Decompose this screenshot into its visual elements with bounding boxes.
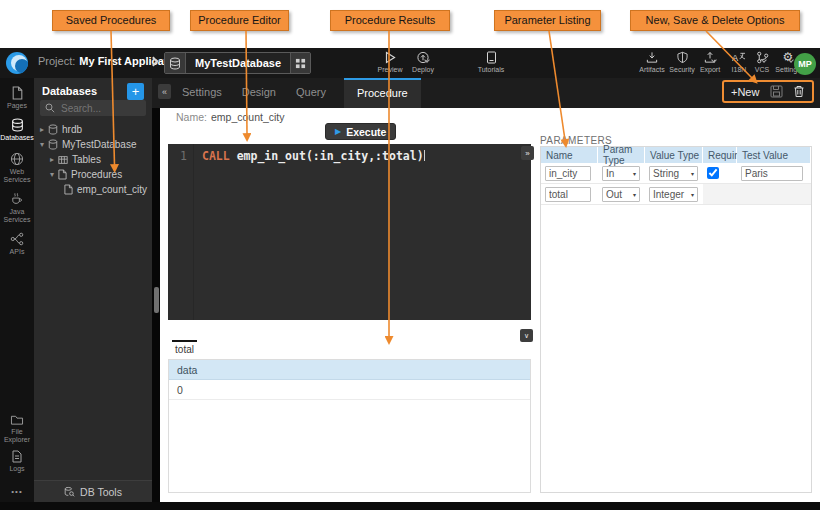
callout-procedure-results: Procedure Results: [330, 10, 450, 31]
sidebar-item-label: Web Services: [0, 168, 34, 183]
tab-design[interactable]: Design: [240, 78, 278, 108]
tab-query[interactable]: Query: [294, 78, 328, 108]
param-row: Integer ▾: [645, 184, 703, 205]
tree-item-label: Procedures: [71, 169, 122, 180]
svg-text:A: A: [732, 53, 739, 63]
select-caret-icon: ▾: [633, 170, 636, 177]
screenshot-root: Saved Procedures Procedure Editor Proced…: [0, 0, 820, 510]
param-test-value-disabled-cell: [737, 184, 811, 205]
file-icon: [58, 169, 67, 180]
sidebar-item-logs[interactable]: Logs: [0, 450, 34, 473]
caret-collapsed-icon[interactable]: ▸: [38, 125, 46, 134]
log-file-icon: [11, 450, 23, 463]
collapse-panel-button[interactable]: «: [158, 84, 171, 99]
tree-item-label: MyTestDatabase: [62, 139, 136, 150]
sidebar-item-apis[interactable]: APIs: [0, 232, 34, 256]
sidebar-item-java-services[interactable]: Java Services: [0, 192, 34, 223]
panel-scrollbar[interactable]: [152, 108, 160, 502]
tree-item-procedures[interactable]: ▾ Procedures: [34, 167, 152, 182]
required-checkbox[interactable]: [707, 167, 719, 179]
select-caret-icon: ▾: [691, 191, 694, 198]
callout-saved-procedures: Saved Procedures: [52, 10, 170, 31]
results-tab-total[interactable]: total: [172, 340, 197, 355]
value-type-select[interactable]: Integer ▾: [649, 187, 698, 202]
caret-collapsed-icon[interactable]: ▸: [48, 155, 56, 164]
avatar[interactable]: MP: [794, 53, 816, 75]
db-tools-button[interactable]: DB Tools: [34, 480, 152, 502]
code-line[interactable]: CALL emp_in_out(:in_city,:total): [194, 144, 425, 320]
vcs-label: VCS: [755, 66, 769, 73]
param-type-select[interactable]: In ▾: [602, 166, 640, 181]
sidebar-item-label: File Explorer: [0, 428, 34, 443]
search-box[interactable]: [40, 100, 146, 116]
database-context-tab[interactable]: MyTestDatabase: [164, 52, 311, 74]
param-row: [703, 163, 737, 184]
value-type-value: String: [653, 168, 679, 179]
security-label: Security: [669, 66, 694, 73]
param-name-input[interactable]: [545, 187, 591, 202]
sidebar-item-label: Pages: [7, 102, 27, 110]
tree-item-hrdb[interactable]: ▸ hrdb: [34, 122, 152, 137]
globe-icon: [10, 152, 24, 166]
more-options-button[interactable]: •••: [0, 487, 34, 496]
database-tab-label: MyTestDatabase: [186, 53, 290, 73]
caret-expanded-icon[interactable]: ▾: [38, 140, 46, 149]
tutorials-label: Tutorials: [478, 66, 505, 73]
param-type-value: In: [606, 168, 614, 179]
execute-button[interactable]: ▶ Execute: [325, 123, 396, 140]
column-header-name: Name: [541, 147, 598, 163]
param-row: [541, 184, 598, 205]
deploy-button[interactable]: Deploy: [405, 51, 441, 73]
database-icon: [11, 118, 24, 132]
database-icon: [48, 124, 58, 135]
preview-button[interactable]: Preview: [372, 51, 408, 73]
results-column-header: data: [169, 360, 530, 380]
caret-expanded-icon[interactable]: ▾: [48, 170, 56, 179]
search-input[interactable]: [59, 102, 141, 115]
sidebar-item-databases[interactable]: Databases: [0, 118, 34, 142]
collapse-editor-button[interactable]: ∨: [520, 329, 533, 342]
new-procedure-button[interactable]: +New: [731, 86, 759, 98]
tree-item-label: emp_count_city: [77, 184, 147, 195]
sidebar-item-web-services[interactable]: Web Services: [0, 152, 34, 183]
grid-icon[interactable]: [290, 53, 310, 73]
param-row: String ▾: [645, 163, 703, 184]
tutorials-icon: [486, 51, 497, 64]
results-row[interactable]: 0: [169, 380, 530, 400]
sidebar-item-label: Java Services: [0, 208, 34, 223]
save-icon[interactable]: [770, 85, 783, 98]
param-name-input[interactable]: [545, 166, 591, 181]
db-tools-icon: [64, 486, 75, 498]
test-value-input[interactable]: [741, 166, 803, 181]
ellipsis-icon: •••: [11, 487, 22, 496]
tab-procedure[interactable]: Procedure: [344, 78, 421, 108]
tree-item-mytestdatabase[interactable]: ▾ MyTestDatabase: [34, 137, 152, 152]
tree-item-tables[interactable]: ▸ Tables: [34, 152, 152, 167]
tutorials-button[interactable]: Tutorials: [473, 51, 509, 73]
play-icon: [384, 51, 396, 64]
code-editor[interactable]: 1 CALL emp_in_out(:in_city,:total): [168, 144, 531, 320]
sql-keyword: CALL: [202, 149, 230, 163]
wavemaker-logo-icon[interactable]: [6, 52, 28, 74]
procedure-toolbar-highlight: +New: [722, 80, 814, 103]
table-icon: [58, 155, 68, 165]
parameters-title: PARAMETERS: [540, 135, 612, 146]
param-row: Out ▾: [598, 184, 645, 205]
tree-item-label: Tables: [72, 154, 101, 165]
database-icon: [48, 139, 58, 150]
tree-item-label: hrdb: [62, 124, 82, 135]
results-table: data 0: [168, 359, 531, 493]
sidebar-item-file-explorer[interactable]: File Explorer: [0, 414, 34, 443]
expand-parameters-button[interactable]: »: [521, 146, 534, 160]
sidebar-item-pages[interactable]: Pages: [0, 86, 34, 110]
delete-icon[interactable]: [793, 85, 805, 98]
tab-settings[interactable]: Settings: [180, 78, 224, 108]
value-type-select[interactable]: String ▾: [649, 166, 698, 181]
add-database-button[interactable]: +: [127, 83, 144, 100]
tree-item-emp-count-city[interactable]: emp_count_city: [34, 182, 152, 197]
shield-icon: [676, 51, 689, 64]
scrollbar-thumb[interactable]: [154, 287, 159, 313]
sidebar-item-label: Logs: [9, 465, 24, 473]
project-breadcrumb: Project:My First Application: [38, 55, 184, 67]
param-type-select[interactable]: Out ▾: [602, 187, 640, 202]
